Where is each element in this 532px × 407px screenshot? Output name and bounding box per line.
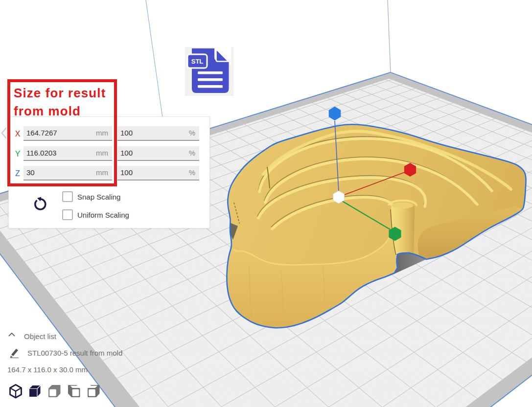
svg-text:STL: STL: [191, 58, 204, 65]
